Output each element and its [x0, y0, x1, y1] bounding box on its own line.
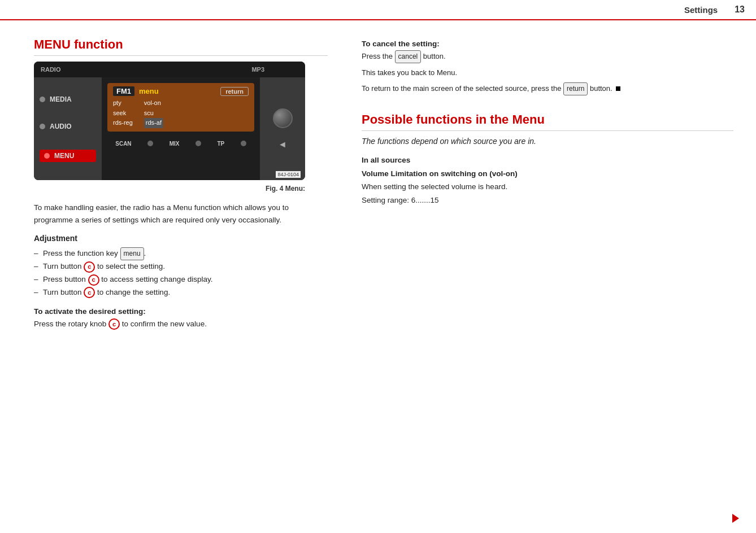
media-dot — [40, 97, 45, 102]
turn-btn-2: c — [84, 287, 95, 298]
turn-btn-1: c — [84, 261, 95, 273]
radio-display-top: FM1 menu return — [113, 86, 249, 96]
activate-text: Press the rotary knob c to confirm the n… — [34, 318, 328, 330]
media-button[interactable]: MEDIA — [40, 95, 96, 103]
radio-top-label-left: RADIO — [41, 66, 60, 73]
section-title: MENU function — [34, 37, 328, 56]
right-column: To cancel the setting: Press the cancel … — [350, 37, 733, 330]
display-rds-af: rds-af — [144, 118, 163, 128]
display-scu: scu — [144, 108, 163, 119]
tp-button[interactable]: TP — [217, 141, 224, 147]
tp-label: TP — [217, 141, 224, 147]
menu-label: MENU — [54, 152, 74, 160]
in-all-sources: In all sources — [362, 154, 733, 167]
mix-label: MIX — [170, 141, 180, 147]
scan-label: SCAN — [115, 141, 131, 147]
radio-id-tag: 84J-0104 — [276, 171, 301, 178]
intro-text: To make handling easier, the radio has a… — [34, 202, 328, 226]
page-header: Settings 13 — [0, 0, 756, 20]
press-btn: c — [88, 274, 99, 286]
radio-arrow-icon: ◄ — [278, 139, 287, 150]
radio-display-rows: pty seek rds-reg vol-on scu rds-af — [113, 98, 249, 128]
mix-button[interactable]: MIX — [170, 141, 180, 147]
return-tag: return — [220, 87, 249, 96]
next-page-arrow[interactable] — [732, 514, 739, 523]
radio-body: MEDIA AUDIO MENU FM1 — [34, 77, 305, 180]
audio-dot — [40, 124, 45, 129]
menu-tag: menu — [139, 87, 159, 95]
page-content: MENU function RADIO MP3 MEDIA AUDIO — [0, 20, 756, 342]
display-seek: seek — [113, 108, 133, 119]
display-col-1: pty seek rds-reg — [113, 98, 133, 128]
rotary-knob-btn: c — [108, 318, 120, 330]
vol-limit-title: Volume Limitation on switching on (vol-o… — [362, 167, 733, 181]
radio-top-label-right: MP3 — [251, 66, 264, 73]
menu-dot — [44, 153, 50, 159]
audio-button[interactable]: AUDIO — [40, 123, 96, 130]
fig-caption-text: Fig. 4 Menu: — [266, 185, 305, 193]
bullet-1: Press the function key menu. — [34, 247, 328, 260]
radio-display: FM1 menu return pty seek rds-reg vol- — [107, 83, 254, 132]
menu-button[interactable]: MENU — [40, 150, 96, 162]
radio-center: FM1 menu return pty seek rds-reg vol- — [102, 77, 260, 180]
mix-knob — [195, 141, 201, 146]
audio-label: AUDIO — [50, 123, 72, 130]
radio-bottom-buttons: SCAN MIX TP — [107, 141, 254, 147]
return-btn-inline: return — [563, 82, 588, 95]
bullet-4: Turn button c to change the setting. — [34, 286, 328, 299]
radio-top-bar: RADIO MP3 — [34, 62, 305, 77]
menu-key-btn: menu — [120, 247, 144, 260]
display-rds-reg: rds-reg — [113, 118, 133, 128]
activate-title: To activate the desired setting: — [34, 307, 328, 316]
adjustment-list: Press the function key menu. Turn button… — [34, 247, 328, 299]
back-to-menu-text: This takes you back to Menu. — [362, 67, 733, 79]
scan-button[interactable]: SCAN — [115, 141, 131, 147]
cancel-btn-inline: cancel — [395, 50, 422, 63]
fm1-label: FM1 — [113, 86, 134, 96]
tp-knob — [241, 141, 246, 146]
possible-subtitle: The functions depend on which source you… — [362, 137, 733, 146]
cancel-text: Press the cancel button. — [362, 50, 733, 63]
adjustment-title: Adjustment — [34, 234, 328, 243]
display-col-2: vol-on scu rds-af — [144, 98, 163, 128]
possible-title: Possible functions in the Menu — [362, 112, 733, 131]
display-pty: pty — [113, 98, 133, 108]
return-text: To return to the main screen of the sele… — [362, 82, 733, 95]
left-column: MENU function RADIO MP3 MEDIA AUDIO — [34, 37, 328, 330]
cancel-title: To cancel the setting: — [362, 40, 733, 48]
page-number: 13 — [735, 5, 745, 15]
scan-knob — [147, 141, 153, 146]
bullet-3: Press button c to access setting change … — [34, 273, 328, 286]
radio-image: RADIO MP3 MEDIA AUDIO MENU — [34, 62, 305, 180]
fig-caption: Fig. 4 Menu: — [34, 185, 328, 193]
setting-range: Setting range: 6.......15 — [362, 196, 733, 204]
vol-limit-text: When setting the selected volume is hear… — [362, 181, 733, 194]
radio-knob[interactable] — [273, 108, 293, 128]
radio-left-panel: MEDIA AUDIO MENU — [34, 77, 102, 180]
bullet-2: Turn button c to select the setting. — [34, 260, 328, 273]
end-bullet — [616, 86, 620, 91]
display-volon: vol-on — [144, 98, 163, 108]
media-label: MEDIA — [50, 95, 72, 103]
radio-right-panel: ◄ — [260, 77, 305, 180]
header-title: Settings — [684, 5, 718, 15]
